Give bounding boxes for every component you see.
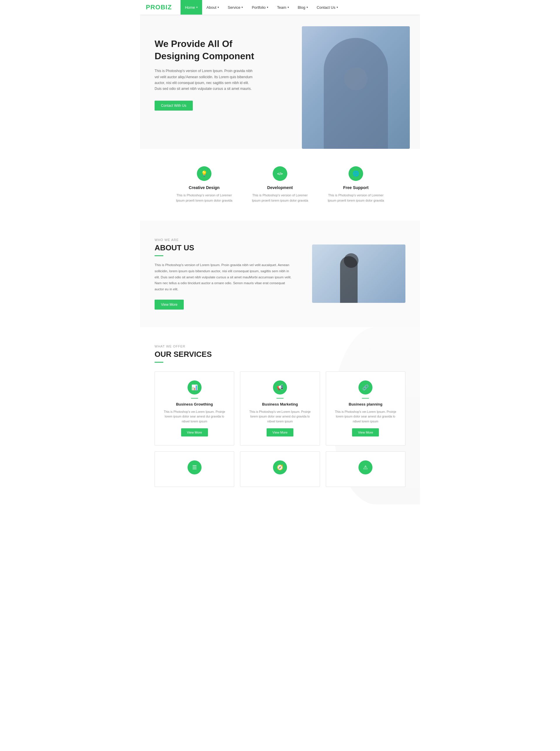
chevron-down-icon: ▾	[196, 6, 198, 9]
service-view-more-button-0[interactable]: View More	[181, 428, 208, 436]
about-title: ABOUT US	[155, 243, 295, 252]
about-section: WHO WE ARE ABOUT US This is Photoshop's …	[140, 221, 420, 327]
list-icon: ☰	[187, 460, 202, 474]
hero-section: We Provide All Of Designing Component Th…	[140, 15, 420, 149]
services-green-divider	[155, 362, 163, 363]
services-grid-row2: ☰ 🧭 ⚠	[155, 451, 405, 487]
feature-creative-design: 💡 Creative Design This is Photoshop's ve…	[175, 166, 233, 203]
service-card-title-0: Business Growthing	[161, 402, 228, 407]
feature-free-support: 🌐 Free Support This is Photoshop's versi…	[327, 166, 385, 203]
services-section: WHAT WE OFFER OUR SERVICES 📊 Business Gr…	[140, 327, 420, 505]
nav-item-portfolio[interactable]: Portfolio ▾	[247, 0, 273, 15]
service-view-more-button-2[interactable]: View More	[352, 428, 379, 436]
about-description: This is Photoshop's version of Lorem Ips…	[155, 262, 295, 292]
feature-title-1: Development	[251, 185, 309, 190]
nav-item-team[interactable]: Team ▾	[273, 0, 294, 15]
service-card-desc-1: This is Photoshop's ver.Lorem Ipsum. Pro…	[246, 409, 314, 424]
feature-title-0: Creative Design	[175, 185, 233, 190]
navbar: PROBIZ Home ▾ About ▾ Service ▾ Portfoli…	[140, 0, 420, 15]
nav-item-contact[interactable]: Contact Us ▾	[313, 0, 342, 15]
feature-desc-1: This is Photoshop's version of Loremer I…	[251, 193, 309, 203]
contact-with-us-button[interactable]: Contact With Us	[155, 101, 193, 111]
nav-item-about[interactable]: About ▾	[202, 0, 223, 15]
globe-icon: 🌐	[348, 166, 363, 181]
chevron-down-icon: ▾	[241, 6, 243, 9]
green-divider	[155, 255, 163, 256]
chevron-down-icon: ▾	[218, 6, 219, 9]
card-divider	[362, 398, 369, 398]
about-view-more-button[interactable]: View More	[155, 300, 184, 310]
about-image-block	[312, 244, 405, 303]
megaphone-icon: 📢	[273, 380, 287, 394]
code-icon: </>	[273, 166, 287, 181]
hero-image	[292, 15, 420, 149]
hero-title: We Provide All Of Designing Component	[155, 38, 280, 62]
chevron-down-icon: ▾	[337, 6, 338, 9]
service-card-2: 🔗 Business planning This is Photoshop's …	[326, 371, 405, 446]
warning-icon: ⚠	[358, 460, 373, 474]
service-card-desc-2: This is Photoshop's ver.Lorem Ipsum. Pro…	[332, 409, 399, 424]
chart-icon: 📊	[187, 380, 202, 394]
feature-desc-2: This is Photoshop's version of Loremer I…	[327, 193, 385, 203]
nav-item-blog[interactable]: Blog ▾	[294, 0, 313, 15]
feature-desc-0: This is Photoshop's version of Loremer I…	[175, 193, 233, 203]
chevron-down-icon: ▾	[306, 6, 308, 9]
service-card-title-2: Business planning	[332, 402, 399, 407]
bulb-icon: 💡	[197, 166, 212, 181]
chevron-down-icon: ▾	[267, 6, 268, 9]
logo[interactable]: PROBIZ	[146, 3, 172, 11]
service-card-title-1: Business Marketing	[246, 402, 314, 407]
link-icon: 🔗	[358, 380, 373, 394]
features-section: 💡 Creative Design This is Photoshop's ve…	[140, 149, 420, 221]
nav-item-home[interactable]: Home ▾	[181, 0, 202, 15]
hero-person-image	[302, 26, 410, 149]
chevron-down-icon: ▾	[287, 6, 289, 9]
nav-item-service[interactable]: Service ▾	[223, 0, 247, 15]
hero-text-block: We Provide All Of Designing Component Th…	[140, 15, 292, 149]
service-card-0: 📊 Business Growthing This is Photoshop's…	[155, 371, 234, 446]
service-view-more-button-1[interactable]: View More	[266, 428, 294, 436]
about-image	[312, 244, 405, 303]
service-card-partial-2: ⚠	[326, 451, 405, 487]
service-card-1: 📢 Business Marketing This is Photoshop's…	[240, 371, 320, 446]
service-card-partial-1: 🧭	[240, 451, 320, 487]
service-card-partial-0: ☰	[155, 451, 234, 487]
feature-title-2: Free Support	[327, 185, 385, 190]
hero-description: This is Photoshop's version of Lorem Ips…	[155, 68, 254, 92]
compass-icon: 🧭	[273, 460, 287, 474]
card-divider	[277, 398, 283, 398]
service-card-desc-0: This is Photoshop's ver.Lorem Ipsum. Pro…	[161, 409, 228, 424]
feature-development: </> Development This is Photoshop's vers…	[251, 166, 309, 203]
about-text-block: WHO WE ARE ABOUT US This is Photoshop's …	[155, 238, 295, 309]
about-who-label: WHO WE ARE	[155, 238, 295, 242]
services-grid-row1: 📊 Business Growthing This is Photoshop's…	[155, 371, 405, 446]
card-divider	[191, 398, 198, 398]
nav-menu: Home ▾ About ▾ Service ▾ Portfolio ▾ Tea…	[181, 0, 342, 15]
